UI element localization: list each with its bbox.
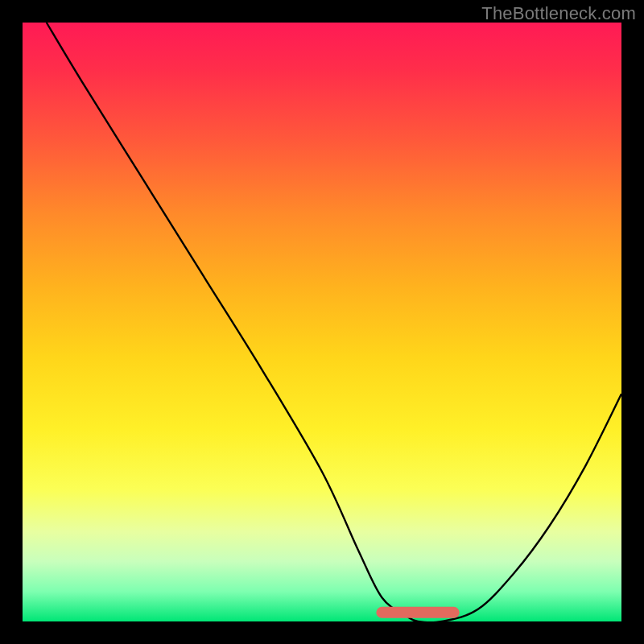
chart-plot-area — [23, 23, 621, 621]
watermark-text: TheBottleneck.com — [481, 3, 636, 24]
bottleneck-curve-line — [47, 23, 621, 622]
chart-svg — [23, 23, 621, 621]
chart-frame: TheBottleneck.com — [0, 0, 644, 644]
